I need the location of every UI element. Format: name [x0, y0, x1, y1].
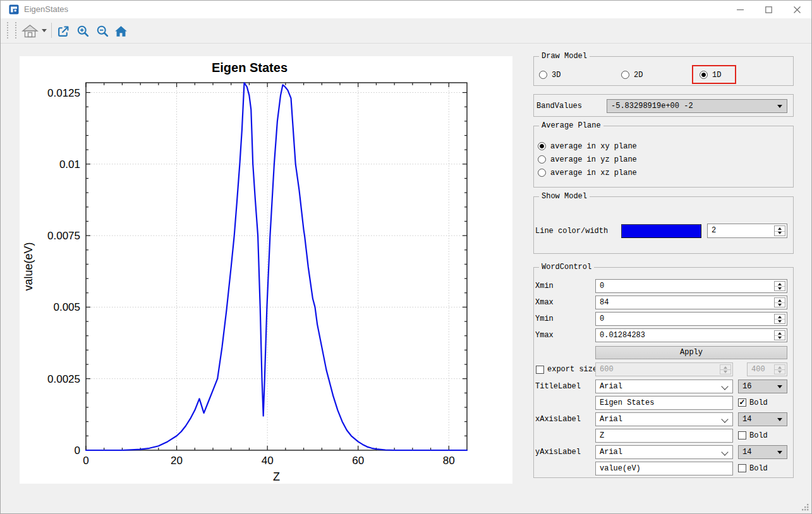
title-text-input[interactable]: Eigen States [595, 396, 733, 410]
svg-text:80: 80 [443, 455, 455, 467]
home-icon [114, 25, 128, 38]
ymax-label: Ymax [535, 328, 554, 342]
xaxis-font-select[interactable]: Arial [595, 412, 733, 426]
yaxis-font-value: Arial [600, 448, 622, 457]
radio-average-yz[interactable] [538, 155, 546, 164]
ymax-spinner[interactable]: 0.01284283 [595, 328, 787, 342]
xaxis-text-input[interactable]: Z [595, 429, 733, 443]
toolbar-drag-handle[interactable] [7, 22, 8, 39]
zoom-out-icon [96, 25, 109, 38]
xaxis-bold-label[interactable]: Bold [749, 429, 768, 443]
close-button[interactable] [783, 1, 811, 18]
zoom-in-button[interactable] [75, 23, 91, 39]
xaxis-bold-checkbox[interactable] [738, 431, 746, 439]
dropdown-arrow-icon [777, 418, 782, 421]
title-bold-label[interactable]: Bold [749, 396, 768, 410]
spinner-buttons [720, 364, 731, 374]
spin-down-icon[interactable] [775, 231, 785, 236]
spin-down-icon[interactable] [775, 319, 785, 323]
maximize-button[interactable] [754, 1, 783, 18]
export-size-label[interactable]: export size [547, 362, 597, 376]
xaxis-size-select[interactable]: 14 [738, 412, 787, 426]
dropdown-arrow-icon [777, 451, 782, 454]
band-values-frame: BandValues -5.83298919e+00 -2 [533, 94, 794, 117]
radio-2d-label[interactable]: 2D [634, 68, 643, 82]
band-values-value: -5.83298919e+00 -2 [611, 102, 693, 111]
title-size-value: 16 [742, 382, 751, 391]
yaxis-size-value: 14 [742, 448, 751, 457]
radio-average-xy[interactable] [538, 142, 546, 150]
minimize-button[interactable] [726, 1, 754, 18]
xaxis-font-value: Arial [600, 415, 622, 424]
title-bold-checkbox[interactable] [738, 398, 746, 407]
svg-text:0.0025: 0.0025 [47, 373, 80, 385]
yaxis-bold-checkbox[interactable] [738, 464, 746, 472]
spin-down-icon [775, 369, 785, 374]
xmax-value: 84 [600, 296, 609, 309]
title-size-select[interactable]: 16 [738, 380, 787, 393]
chevron-down-icon[interactable] [42, 29, 47, 32]
xmin-label: Xmin [535, 279, 554, 293]
line-width-value: 2 [712, 224, 716, 237]
dropdown-arrow-icon [777, 385, 782, 388]
average-plane-group: Average Plane average in xy plane averag… [533, 126, 794, 188]
dropdown-arrow-icon [777, 105, 782, 108]
plot-panel[interactable]: 02040608000.00250.0050.00750.010.0125Eig… [20, 56, 512, 484]
spin-down-icon[interactable] [775, 335, 785, 340]
group-title: Average Plane [539, 121, 603, 130]
ymin-value: 0 [600, 313, 604, 325]
svg-text:20: 20 [171, 455, 183, 467]
title-font-select[interactable]: Arial [595, 380, 733, 393]
svg-text:0.005: 0.005 [53, 301, 80, 313]
radio-2d[interactable] [621, 71, 629, 79]
minimize-icon [737, 6, 744, 13]
radio-average-yz-label[interactable]: average in yz plane [550, 153, 637, 167]
resize-grip[interactable] [802, 504, 809, 511]
yaxis-bold-label[interactable]: Bold [749, 462, 768, 475]
xmax-spinner[interactable]: 84 [595, 296, 787, 309]
radio-3d-label[interactable]: 3D [552, 68, 561, 82]
yaxis-text-input[interactable]: value(eV) [595, 462, 733, 475]
xmin-spinner[interactable]: 0 [595, 279, 787, 293]
chevron-down-icon [721, 448, 728, 455]
yaxis-font-select[interactable]: Arial [595, 445, 733, 459]
yaxis-size-select[interactable]: 14 [738, 445, 787, 459]
radio-average-xz-label[interactable]: average in xz plane [550, 166, 637, 180]
export-icon [57, 25, 70, 38]
export-button[interactable] [55, 23, 71, 39]
spin-down-icon [720, 369, 730, 374]
group-title: Show Model [539, 192, 590, 201]
radio-average-xy-label[interactable]: average in xy plane [550, 140, 637, 153]
ymin-label: Ymin [535, 312, 554, 326]
svg-text:40: 40 [262, 455, 274, 467]
nav-home-button[interactable] [20, 23, 39, 39]
svg-text:Z: Z [273, 470, 280, 483]
draw-model-group: Draw Model 3D 2D 1D [533, 56, 794, 86]
apply-button[interactable]: Apply [595, 346, 787, 359]
zoom-out-button[interactable] [94, 23, 111, 39]
line-width-spinner[interactable]: 2 [707, 224, 787, 238]
export-size-checkbox[interactable] [536, 366, 544, 374]
svg-text:0: 0 [75, 445, 80, 457]
line-color-button[interactable] [621, 224, 701, 238]
spin-down-icon[interactable] [775, 302, 785, 307]
export-height-value: 400 [751, 363, 765, 376]
xaxis-size-value: 14 [742, 415, 751, 424]
radio-3d[interactable] [539, 71, 547, 79]
ymin-spinner[interactable]: 0 [595, 312, 787, 326]
chevron-down-icon [721, 415, 728, 422]
band-values-select[interactable]: -5.83298919e+00 -2 [607, 99, 787, 113]
y-axis-label: yAxisLabel [535, 445, 581, 459]
line-color-width-label: Line color/width [535, 224, 608, 238]
maximize-icon [765, 6, 772, 13]
radio-average-xz[interactable] [538, 169, 546, 177]
reset-view-button[interactable] [112, 23, 129, 39]
toolbar-drag-handle[interactable] [15, 22, 16, 39]
svg-text:value(eV): value(eV) [22, 242, 35, 290]
annotation-highlight-1d [692, 65, 736, 84]
zoom-in-icon [76, 25, 90, 38]
ymax-value: 0.01284283 [600, 329, 645, 342]
chevron-down-icon [721, 383, 728, 390]
spin-down-icon[interactable] [775, 286, 785, 290]
xmax-label: Xmax [535, 296, 554, 309]
